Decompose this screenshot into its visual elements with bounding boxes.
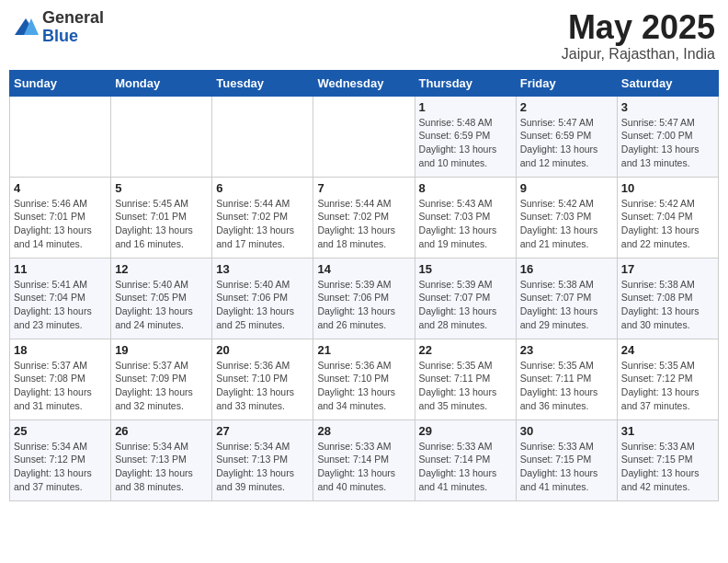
calendar-cell: 31Sunrise: 5:33 AM Sunset: 7:15 PM Dayli… (617, 419, 718, 500)
day-number: 10 (621, 181, 714, 195)
day-info: Sunrise: 5:45 AM Sunset: 7:01 PM Dayligh… (115, 197, 208, 251)
day-info: Sunrise: 5:44 AM Sunset: 7:02 PM Dayligh… (317, 197, 410, 251)
logo-blue-text: Blue (42, 28, 104, 46)
day-number: 21 (317, 343, 410, 357)
day-number: 3 (621, 100, 714, 114)
logo-general-text: General (42, 9, 104, 28)
day-number: 8 (419, 181, 512, 195)
day-number: 27 (216, 424, 309, 438)
day-info: Sunrise: 5:40 AM Sunset: 7:05 PM Dayligh… (115, 278, 208, 332)
day-info: Sunrise: 5:44 AM Sunset: 7:02 PM Dayligh… (216, 197, 309, 251)
day-number: 20 (216, 343, 309, 357)
day-number: 18 (14, 343, 107, 357)
day-number: 6 (216, 181, 309, 195)
day-info: Sunrise: 5:36 AM Sunset: 7:10 PM Dayligh… (216, 359, 309, 413)
calendar-cell: 6Sunrise: 5:44 AM Sunset: 7:02 PM Daylig… (212, 177, 313, 258)
calendar-cell: 19Sunrise: 5:37 AM Sunset: 7:09 PM Dayli… (111, 339, 212, 419)
day-info: Sunrise: 5:33 AM Sunset: 7:14 PM Dayligh… (419, 440, 512, 494)
day-info: Sunrise: 5:35 AM Sunset: 7:11 PM Dayligh… (520, 359, 613, 413)
calendar-cell: 25Sunrise: 5:34 AM Sunset: 7:12 PM Dayli… (10, 419, 111, 500)
calendar-cell: 15Sunrise: 5:39 AM Sunset: 7:07 PM Dayli… (415, 258, 516, 339)
day-number: 28 (317, 424, 410, 438)
day-info: Sunrise: 5:46 AM Sunset: 7:01 PM Dayligh… (14, 197, 107, 251)
calendar-table: SundayMondayTuesdayWednesdayThursdayFrid… (9, 70, 719, 501)
day-info: Sunrise: 5:42 AM Sunset: 7:03 PM Dayligh… (520, 197, 613, 251)
calendar-week-row: 1Sunrise: 5:48 AM Sunset: 6:59 PM Daylig… (10, 96, 719, 177)
calendar-cell: 23Sunrise: 5:35 AM Sunset: 7:11 PM Dayli… (516, 339, 617, 419)
calendar-cell: 4Sunrise: 5:46 AM Sunset: 7:01 PM Daylig… (10, 177, 111, 258)
day-info: Sunrise: 5:33 AM Sunset: 7:14 PM Dayligh… (317, 440, 410, 494)
day-info: Sunrise: 5:37 AM Sunset: 7:09 PM Dayligh… (115, 359, 208, 413)
day-number: 2 (520, 100, 613, 114)
day-number: 25 (14, 424, 107, 438)
day-header-tuesday: Tuesday (212, 70, 313, 96)
day-info: Sunrise: 5:39 AM Sunset: 7:06 PM Dayligh… (317, 278, 410, 332)
day-info: Sunrise: 5:41 AM Sunset: 7:04 PM Dayligh… (14, 278, 107, 332)
calendar-cell (111, 96, 212, 177)
calendar-cell (313, 96, 415, 177)
day-number: 14 (317, 262, 410, 276)
calendar-cell: 12Sunrise: 5:40 AM Sunset: 7:05 PM Dayli… (111, 258, 212, 339)
day-info: Sunrise: 5:35 AM Sunset: 7:11 PM Dayligh… (419, 359, 512, 413)
calendar-cell (212, 96, 313, 177)
calendar-cell: 8Sunrise: 5:43 AM Sunset: 7:03 PM Daylig… (415, 177, 516, 258)
calendar-cell: 16Sunrise: 5:38 AM Sunset: 7:07 PM Dayli… (516, 258, 617, 339)
calendar-cell: 10Sunrise: 5:42 AM Sunset: 7:04 PM Dayli… (617, 177, 718, 258)
day-number: 16 (520, 262, 613, 276)
day-info: Sunrise: 5:35 AM Sunset: 7:12 PM Dayligh… (621, 359, 714, 413)
day-number: 13 (216, 262, 309, 276)
day-info: Sunrise: 5:39 AM Sunset: 7:07 PM Dayligh… (419, 278, 512, 332)
day-number: 12 (115, 262, 208, 276)
logo-icon (13, 15, 39, 40)
day-number: 4 (14, 181, 107, 195)
calendar-cell: 7Sunrise: 5:44 AM Sunset: 7:02 PM Daylig… (313, 177, 415, 258)
day-number: 30 (520, 424, 613, 438)
logo: General Blue (13, 9, 104, 46)
calendar-week-row: 18Sunrise: 5:37 AM Sunset: 7:08 PM Dayli… (10, 339, 719, 419)
day-number: 22 (419, 343, 512, 357)
day-number: 1 (419, 100, 512, 114)
day-info: Sunrise: 5:43 AM Sunset: 7:03 PM Dayligh… (419, 197, 512, 251)
day-info: Sunrise: 5:33 AM Sunset: 7:15 PM Dayligh… (520, 440, 613, 494)
day-number: 17 (621, 262, 714, 276)
day-info: Sunrise: 5:34 AM Sunset: 7:13 PM Dayligh… (216, 440, 309, 494)
calendar-week-row: 4Sunrise: 5:46 AM Sunset: 7:01 PM Daylig… (10, 177, 719, 258)
day-number: 29 (419, 424, 512, 438)
day-number: 31 (621, 424, 714, 438)
calendar-cell: 14Sunrise: 5:39 AM Sunset: 7:06 PM Dayli… (313, 258, 415, 339)
day-header-wednesday: Wednesday (313, 70, 415, 96)
day-info: Sunrise: 5:38 AM Sunset: 7:08 PM Dayligh… (621, 278, 714, 332)
day-info: Sunrise: 5:47 AM Sunset: 6:59 PM Dayligh… (520, 116, 613, 170)
calendar-cell: 20Sunrise: 5:36 AM Sunset: 7:10 PM Dayli… (212, 339, 313, 419)
day-number: 7 (317, 181, 410, 195)
day-number: 11 (14, 262, 107, 276)
calendar-week-row: 25Sunrise: 5:34 AM Sunset: 7:12 PM Dayli… (10, 419, 719, 500)
day-number: 23 (520, 343, 613, 357)
day-info: Sunrise: 5:34 AM Sunset: 7:13 PM Dayligh… (115, 440, 208, 494)
calendar-week-row: 11Sunrise: 5:41 AM Sunset: 7:04 PM Dayli… (10, 258, 719, 339)
calendar-cell (10, 96, 111, 177)
day-info: Sunrise: 5:37 AM Sunset: 7:08 PM Dayligh… (14, 359, 107, 413)
calendar-cell: 9Sunrise: 5:42 AM Sunset: 7:03 PM Daylig… (516, 177, 617, 258)
day-info: Sunrise: 5:40 AM Sunset: 7:06 PM Dayligh… (216, 278, 309, 332)
title-block: May 2025 Jaipur, Rajasthan, India (562, 9, 715, 63)
day-info: Sunrise: 5:48 AM Sunset: 6:59 PM Dayligh… (419, 116, 512, 170)
day-number: 5 (115, 181, 208, 195)
calendar-cell: 30Sunrise: 5:33 AM Sunset: 7:15 PM Dayli… (516, 419, 617, 500)
calendar-cell: 17Sunrise: 5:38 AM Sunset: 7:08 PM Dayli… (617, 258, 718, 339)
day-header-monday: Monday (111, 70, 212, 96)
month-title: May 2025 (562, 9, 715, 46)
calendar-cell: 13Sunrise: 5:40 AM Sunset: 7:06 PM Dayli… (212, 258, 313, 339)
day-info: Sunrise: 5:42 AM Sunset: 7:04 PM Dayligh… (621, 197, 714, 251)
calendar-cell: 3Sunrise: 5:47 AM Sunset: 7:00 PM Daylig… (617, 96, 718, 177)
calendar-cell: 5Sunrise: 5:45 AM Sunset: 7:01 PM Daylig… (111, 177, 212, 258)
calendar-cell: 22Sunrise: 5:35 AM Sunset: 7:11 PM Dayli… (415, 339, 516, 419)
calendar-cell: 18Sunrise: 5:37 AM Sunset: 7:08 PM Dayli… (10, 339, 111, 419)
day-info: Sunrise: 5:47 AM Sunset: 7:00 PM Dayligh… (621, 116, 714, 170)
calendar-cell: 26Sunrise: 5:34 AM Sunset: 7:13 PM Dayli… (111, 419, 212, 500)
day-header-thursday: Thursday (415, 70, 516, 96)
day-info: Sunrise: 5:36 AM Sunset: 7:10 PM Dayligh… (317, 359, 410, 413)
calendar-cell: 29Sunrise: 5:33 AM Sunset: 7:14 PM Dayli… (415, 419, 516, 500)
calendar-cell: 2Sunrise: 5:47 AM Sunset: 6:59 PM Daylig… (516, 96, 617, 177)
calendar-cell: 24Sunrise: 5:35 AM Sunset: 7:12 PM Dayli… (617, 339, 718, 419)
